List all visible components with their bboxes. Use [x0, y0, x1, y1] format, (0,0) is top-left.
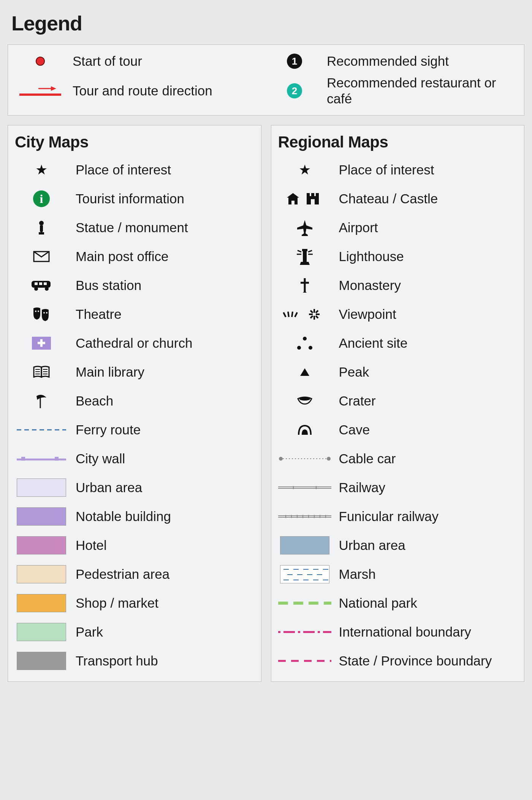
monastery-icon [278, 277, 331, 293]
svg-rect-8 [35, 282, 38, 285]
legend-item: ★ Place of interest [278, 161, 518, 179]
national-park-line [278, 601, 331, 605]
legend-item: Theatre [15, 305, 254, 323]
legend-label: Cave [339, 422, 370, 437]
legend-item: Urban area [278, 536, 518, 554]
legend-label: Chateau / Castle [339, 191, 438, 206]
theatre-icon [15, 307, 68, 322]
legend-label: Monastery [339, 278, 401, 293]
legend-item: Cable car [278, 450, 518, 468]
svg-rect-5 [39, 232, 44, 234]
svg-rect-33 [316, 193, 319, 196]
route-direction-icon [17, 85, 63, 97]
state-boundary-line [278, 659, 331, 662]
legend-item: Main library [15, 363, 254, 381]
legend-item: Notable building [15, 507, 254, 526]
legend-item-recommended-sight: 1 Recommended sight [272, 53, 515, 69]
legend-item: Peak [278, 363, 518, 381]
svg-rect-10 [44, 282, 47, 285]
city-maps-title: City Maps [15, 133, 254, 151]
legend-label: Hotel [76, 538, 107, 553]
legend-item: Park [15, 623, 254, 641]
legend-item: Marsh [278, 565, 518, 583]
svg-marker-3 [51, 86, 56, 91]
legend-columns: City Maps ★ Place of interest i Tourist … [8, 125, 524, 682]
legend-label: Bus station [76, 278, 141, 293]
legend-label: Cable car [339, 451, 396, 466]
marsh-swatch [278, 565, 331, 583]
legend-item: Beach [15, 392, 254, 410]
legend-label: State / Province boundary [339, 653, 492, 669]
legend-item: Lighthouse [278, 247, 518, 266]
bus-icon [15, 279, 68, 291]
legend-item: State / Province boundary [278, 652, 518, 670]
legend-label: Pedestrian area [76, 567, 169, 582]
airport-icon [278, 219, 331, 236]
peak-icon [278, 368, 331, 376]
legend-label: Place of interest [339, 162, 434, 177]
svg-point-16 [46, 312, 48, 314]
page-title: Legend [11, 11, 524, 35]
legend-item: ✚ Cathedral or church [15, 334, 254, 352]
legend-item: ★ Place of interest [15, 161, 254, 179]
legend-label: Park [76, 624, 103, 640]
svg-rect-38 [302, 249, 307, 251]
legend-label: Statue / monument [76, 220, 188, 235]
park-swatch [15, 623, 68, 641]
svg-line-39 [298, 250, 301, 252]
urban-area-swatch [15, 478, 68, 497]
recommended-sight-icon: 1 [272, 54, 317, 69]
shop-swatch [15, 594, 68, 612]
star-icon: ★ [278, 162, 331, 178]
ferry-route-line [15, 428, 68, 431]
legend-label: Main post office [76, 249, 169, 264]
recommended-restaurant-icon: 2 [272, 83, 317, 98]
svg-point-11 [34, 287, 38, 291]
legend-item: Crater [278, 392, 518, 410]
regional-maps-box: Regional Maps ★ Place of interest [271, 125, 525, 682]
legend-label: Ferry route [76, 422, 141, 437]
cable-car-line [278, 456, 331, 461]
legend-item: Cave [278, 421, 518, 439]
svg-line-49 [310, 310, 313, 313]
legend-item: Shop / market [15, 594, 254, 612]
svg-point-54 [279, 457, 283, 461]
legend-item: Funicular railway [278, 507, 518, 526]
svg-line-52 [316, 316, 318, 318]
legend-label: National park [339, 596, 417, 611]
post-office-icon [15, 251, 68, 262]
legend-label: Urban area [339, 538, 405, 553]
legend-general-box: Start of tour 1 Recommended sight Tour a… [8, 44, 524, 116]
svg-rect-30 [291, 201, 294, 204]
legend-label: Crater [339, 393, 376, 409]
svg-point-12 [45, 287, 49, 291]
legend-item: National park [278, 594, 518, 612]
legend-label: Theatre [76, 307, 122, 322]
legend-item: City wall [15, 450, 254, 468]
crater-icon [278, 396, 331, 406]
pedestrian-swatch [15, 565, 68, 583]
svg-rect-36 [303, 250, 307, 262]
library-icon [15, 365, 68, 379]
statue-icon [15, 220, 68, 235]
legend-item: Hotel [15, 536, 254, 554]
legend-label: Transport hub [76, 653, 158, 669]
legend-item: Main post office [15, 247, 254, 266]
church-icon: ✚ [15, 337, 68, 350]
legend-label: Viewpoint [339, 307, 396, 322]
hotel-swatch [15, 536, 68, 554]
svg-line-50 [316, 310, 318, 313]
legend-label: Urban area [76, 480, 142, 495]
legend-label: Tour and route direction [73, 83, 212, 99]
legend-item: Viewpoint [278, 305, 518, 323]
legend-item: Statue / monument [15, 219, 254, 237]
city-maps-box: City Maps ★ Place of interest i Tourist … [8, 125, 261, 682]
legend-label: Shop / market [76, 596, 158, 611]
legend-item: International boundary [278, 623, 518, 641]
railway-line [278, 486, 331, 490]
legend-label: Tourist information [76, 191, 184, 206]
legend-item: Railway [278, 478, 518, 497]
svg-point-55 [327, 457, 331, 461]
viewpoint-icon [278, 308, 331, 321]
legend-label: Place of interest [76, 162, 171, 177]
